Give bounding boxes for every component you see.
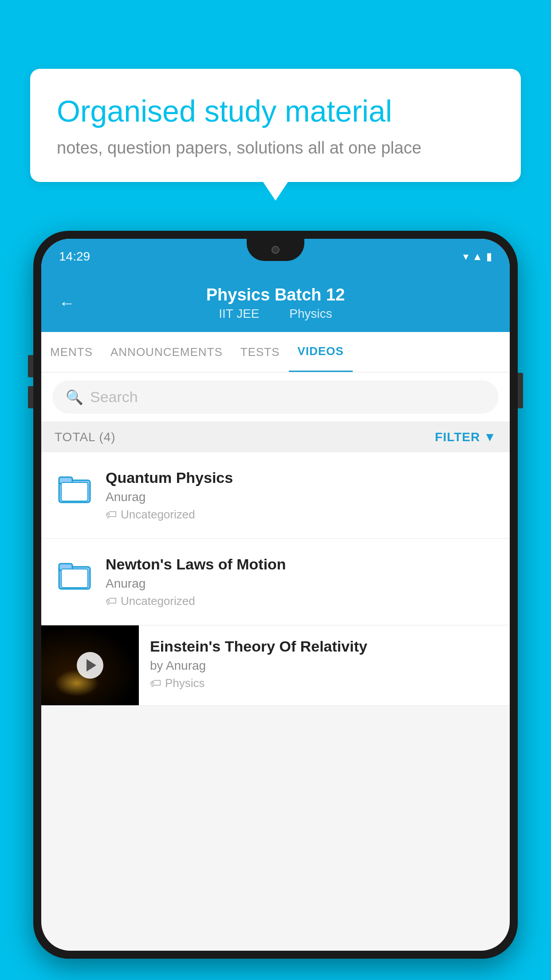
video-author: by Anurag bbox=[150, 659, 499, 673]
tag-icon: 🏷 bbox=[106, 508, 117, 522]
status-icons: ▾ ▲ ▮ bbox=[463, 250, 492, 263]
video-info: Quantum Physics Anurag 🏷 Uncategorized bbox=[106, 469, 496, 522]
speech-bubble-subtitle: notes, question papers, solutions all at… bbox=[57, 138, 494, 158]
video-author: Anurag bbox=[106, 490, 496, 504]
search-bar[interactable]: 🔍 Search bbox=[52, 380, 499, 414]
play-button[interactable] bbox=[77, 652, 103, 679]
status-time: 14:29 bbox=[59, 249, 90, 264]
search-input[interactable]: Search bbox=[90, 388, 138, 406]
total-count: TOTAL (4) bbox=[55, 430, 116, 444]
video-list: Quantum Physics Anurag 🏷 Uncategorized bbox=[41, 452, 510, 706]
svg-rect-2 bbox=[61, 482, 88, 501]
video-title: Quantum Physics bbox=[106, 469, 496, 486]
app-header: ← Physics Batch 12 IIT JEE Physics bbox=[41, 274, 510, 332]
tag-icon: 🏷 bbox=[106, 594, 117, 608]
back-button[interactable]: ← bbox=[59, 294, 75, 312]
svg-rect-5 bbox=[61, 569, 88, 588]
volume-down-button bbox=[28, 386, 33, 408]
tag-physics: Physics bbox=[289, 307, 332, 320]
volume-up-button bbox=[28, 355, 33, 377]
notch bbox=[247, 239, 304, 261]
search-icon: 🔍 bbox=[66, 389, 83, 406]
phone-container: 14:29 ▾ ▲ ▮ ← Physics Batch 12 IIT JEE P… bbox=[33, 231, 518, 980]
power-button bbox=[518, 373, 523, 408]
signal-icon: ▲ bbox=[472, 250, 483, 263]
tag-iitjee: IIT JEE bbox=[219, 307, 259, 320]
video-author: Anurag bbox=[106, 577, 496, 591]
speech-bubble-title: Organised study material bbox=[57, 93, 494, 130]
play-icon bbox=[87, 659, 96, 672]
video-info: Newton's Laws of Motion Anurag 🏷 Uncateg… bbox=[106, 556, 496, 608]
list-item[interactable]: Einstein's Theory Of Relativity by Anura… bbox=[41, 625, 510, 706]
batch-title: Physics Batch 12 bbox=[59, 285, 492, 304]
video-tag: 🏷 Uncategorized bbox=[106, 594, 496, 608]
search-bar-container: 🔍 Search bbox=[41, 372, 510, 422]
status-bar: 14:29 ▾ ▲ ▮ bbox=[41, 239, 510, 274]
speech-bubble: Organised study material notes, question… bbox=[30, 69, 521, 182]
speech-bubble-container: Organised study material notes, question… bbox=[30, 69, 521, 182]
video-info: Einstein's Theory Of Relativity by Anura… bbox=[139, 625, 510, 703]
video-tag: 🏷 Physics bbox=[150, 676, 499, 690]
tab-tests[interactable]: TESTS bbox=[232, 333, 289, 371]
folder-icon bbox=[57, 556, 92, 593]
phone-screen: 14:29 ▾ ▲ ▮ ← Physics Batch 12 IIT JEE P… bbox=[41, 239, 510, 951]
filter-bar: TOTAL (4) FILTER ▼ bbox=[41, 422, 510, 452]
tab-announcements[interactable]: ANNOUNCEMENTS bbox=[102, 333, 232, 371]
folder-icon bbox=[57, 469, 92, 507]
tag-icon: 🏷 bbox=[150, 676, 161, 690]
thumbnail-overlay bbox=[41, 625, 139, 705]
list-item[interactable]: Quantum Physics Anurag 🏷 Uncategorized bbox=[41, 452, 510, 539]
batch-subtitle: IIT JEE Physics bbox=[59, 307, 492, 321]
video-thumbnail bbox=[41, 625, 139, 705]
phone-outer: 14:29 ▾ ▲ ▮ ← Physics Batch 12 IIT JEE P… bbox=[33, 231, 518, 959]
list-item[interactable]: Newton's Laws of Motion Anurag 🏷 Uncateg… bbox=[41, 539, 510, 625]
battery-icon: ▮ bbox=[486, 250, 492, 263]
folder-icon-wrap bbox=[55, 556, 94, 593]
tab-documents[interactable]: MENTS bbox=[41, 333, 102, 371]
tabs-bar: MENTS ANNOUNCEMENTS TESTS VIDEOS bbox=[41, 332, 510, 372]
video-title: Newton's Laws of Motion bbox=[106, 556, 496, 573]
tab-videos[interactable]: VIDEOS bbox=[289, 332, 353, 372]
video-title: Einstein's Theory Of Relativity bbox=[150, 638, 499, 655]
camera-dot bbox=[272, 246, 279, 254]
wifi-icon: ▾ bbox=[463, 250, 468, 263]
video-tag: 🏷 Uncategorized bbox=[106, 508, 496, 522]
folder-icon-wrap bbox=[55, 469, 94, 507]
filter-icon: ▼ bbox=[484, 430, 496, 444]
filter-button[interactable]: FILTER ▼ bbox=[435, 430, 496, 444]
